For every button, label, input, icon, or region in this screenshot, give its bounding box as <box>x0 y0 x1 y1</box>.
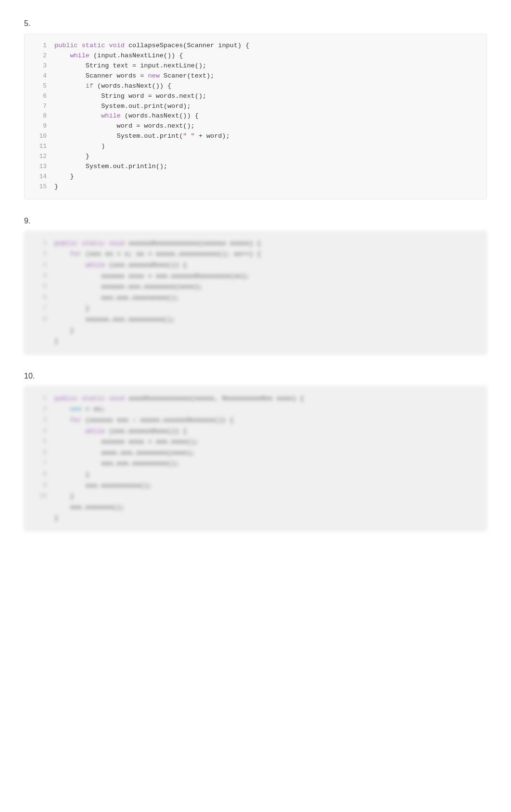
blur-line-10-7: 7 xxx.xxx.xxxxxxxxx(); <box>33 458 478 469</box>
code-content-6: String word = words.next(); <box>54 92 206 102</box>
code-content-14: } <box>54 172 74 182</box>
code-content-15: } <box>54 182 58 192</box>
code-line-4: 4 Scanner words = new Scaner(text); <box>33 71 478 81</box>
line-num-10: 10 <box>33 131 47 142</box>
section-5: 5. 1 public static void collapseSpaces(S… <box>24 19 487 199</box>
blur-line-10-11: xxx.xxxxxxx(); <box>33 502 478 513</box>
blur-line-2: 2 for (xxx xx = x; xx < xxxxx.xxxxxxxxxx… <box>33 249 478 260</box>
line-num-15: 15 <box>33 182 47 192</box>
blur-line-1: 1 public static void xxxxxxXxxxxxxxxxxx(… <box>33 238 478 249</box>
code-line-1: 1 public static void collapseSpaces(Scan… <box>33 41 478 51</box>
section-label-10: 10. <box>24 372 487 380</box>
code-content-9: word = words.next(); <box>54 121 195 131</box>
line-num-7: 7 <box>33 102 47 112</box>
code-content-2: while (input.hasNextLine()) { <box>54 51 183 61</box>
code-content-5: if (words.hasNext()) { <box>54 81 171 92</box>
code-line-13: 13 System.out.println(); <box>33 162 478 172</box>
code-content-11: ) <box>54 142 105 152</box>
code-line-5: 5 if (words.hasNext()) { <box>33 81 478 92</box>
section-10: 10. 1 public static void xxxxXxxxxxxxxxx… <box>24 372 487 531</box>
blurred-block-9: 1 public static void xxxxxxXxxxxxxxxxxx(… <box>24 231 487 354</box>
blur-line-10-9: 9 xxx.xxxxxxxxxx(); <box>33 481 478 491</box>
code-line-8: 8 while (words.hasNext()) { <box>33 111 478 121</box>
code-line-2: 2 while (input.hasNextLine()) { <box>33 51 478 61</box>
line-num-14: 14 <box>33 172 47 182</box>
blur-line-10-10: 10 } <box>33 491 478 502</box>
line-num-9: 9 <box>33 121 47 131</box>
blur-line-10-12: } <box>33 513 478 524</box>
code-line-14: 14 } <box>33 172 478 182</box>
code-content-8: while (words.hasNext()) { <box>54 111 199 121</box>
blurred-block-10: 1 public static void xxxxXxxxxxxxxxxx(xx… <box>24 386 487 531</box>
section-label-9: 9. <box>24 217 487 225</box>
line-num-1: 1 <box>33 41 47 51</box>
code-content-3: String text = input.nextLine(); <box>54 61 206 71</box>
code-content-1: public static void collapseSpaces(Scanne… <box>54 41 249 51</box>
line-num-8: 8 <box>33 111 47 121</box>
code-line-6: 6 String word = words.next(); <box>33 92 478 102</box>
code-line-12: 12 } <box>33 152 478 162</box>
blur-line-9: } <box>33 326 478 336</box>
line-num-6: 6 <box>33 92 47 102</box>
code-line-15: 15 } <box>33 182 478 192</box>
line-num-13: 13 <box>33 162 47 172</box>
code-line-9: 9 word = words.next(); <box>33 121 478 131</box>
line-num-3: 3 <box>33 61 47 71</box>
code-line-7: 7 System.out.print(word); <box>33 102 478 112</box>
blur-line-5: 5 xxxxxx.xxx.xxxxxxxx(xxxx); <box>33 282 478 292</box>
blur-line-10-2: 2 xxx = xx; <box>33 404 478 415</box>
code-content-4: Scanner words = new Scaner(text); <box>54 71 214 81</box>
code-content-13: System.out.println(); <box>54 162 167 172</box>
blur-line-10-6: 6 xxxx.xxx.xxxxxxxx(xxxx); <box>33 448 478 458</box>
code-content-7: System.out.print(word); <box>54 102 191 112</box>
code-content-12: } <box>54 152 89 162</box>
blur-line-10-3: 3 for (xxxxxx xxx : xxxxx.xxxxxxXxxxxxx(… <box>33 415 478 426</box>
blur-line-7: 7 } <box>33 303 478 314</box>
line-num-11: 11 <box>33 142 47 152</box>
blur-line-3: 3 while (xxx.xxxxxxXxxx()) { <box>33 260 478 271</box>
blur-line-10-5: 5 xxxxxx xxxx = xxx.xxxx(); <box>33 437 478 447</box>
blur-line-10-4: 4 while (xxx.xxxxxxXxxx()) { <box>33 426 478 437</box>
blur-line-10-1: 1 public static void xxxxXxxxxxxxxxxx(xx… <box>33 393 478 404</box>
blur-line-10-8: 8 } <box>33 470 478 480</box>
blur-line-8: 8 xxxxxx.xxx.xxxxxxxxx(); <box>33 314 478 325</box>
code-line-3: 3 String text = input.nextLine(); <box>33 61 478 71</box>
code-content-10: System.out.print(" " + word); <box>54 131 230 142</box>
line-num-5: 5 <box>33 81 47 92</box>
line-num-2: 2 <box>33 51 47 61</box>
blur-line-6: 6 xxx.xxx.xxxxxxxxx(); <box>33 293 478 303</box>
blur-line-10: } <box>33 336 478 347</box>
line-num-4: 4 <box>33 71 47 81</box>
code-line-11: 11 ) <box>33 142 478 152</box>
code-block-5: 1 public static void collapseSpaces(Scan… <box>24 34 487 199</box>
code-line-10: 10 System.out.print(" " + word); <box>33 131 478 142</box>
section-label-5: 5. <box>24 19 487 28</box>
section-9: 9. 1 public static void xxxxxxXxxxxxxxxx… <box>24 217 487 354</box>
line-num-12: 12 <box>33 152 47 162</box>
blur-line-4: 4 xxxxxx xxxx = xxx.xxxxxxXxxxxxxxx(xx); <box>33 271 478 282</box>
